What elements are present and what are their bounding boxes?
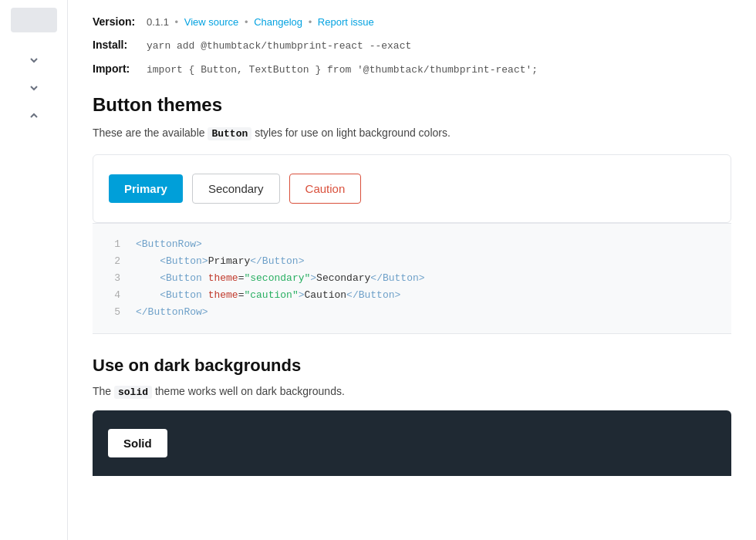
button-themes-demo: Primary Secondary Caution: [93, 154, 731, 223]
code-line-4: 4 <Button theme="caution">Caution</Butto…: [108, 287, 716, 304]
version-number: 0.1.1 • View source • Changelog • Report…: [147, 16, 374, 28]
import-value: import { Button, TextButton } from '@thu…: [147, 63, 538, 76]
line-num-5: 5: [108, 304, 120, 321]
line-num-2: 2: [108, 253, 120, 270]
code-content-4: <Button theme="caution">Caution</Button>: [136, 287, 400, 304]
sidebar-item-chevron-2[interactable]: [0, 76, 67, 100]
code-line-2: 2 <Button>Primary</Button>: [108, 253, 716, 270]
version-row: Version: 0.1.1 • View source • Changelog…: [93, 15, 731, 28]
view-source-link[interactable]: View source: [184, 16, 239, 28]
secondary-button[interactable]: Secondary: [192, 174, 280, 204]
sidebar-item-chevron-3[interactable]: [0, 103, 67, 128]
line-num-1: 1: [108, 236, 120, 253]
dot-1: •: [175, 16, 179, 28]
code-content-1: <ButtonRow>: [136, 236, 202, 253]
install-value: yarn add @thumbtack/thumbprint-react --e…: [147, 39, 411, 52]
dot-3: •: [309, 16, 312, 28]
sidebar: [0, 0, 68, 540]
sidebar-item-chevron-1[interactable]: [0, 48, 67, 73]
code-line-5: 5 </ButtonRow>: [108, 304, 716, 321]
line-num-3: 3: [108, 270, 120, 287]
button-themes-description: These are the available Button styles fo…: [93, 125, 731, 142]
solid-button[interactable]: Solid: [108, 429, 167, 457]
report-issue-link[interactable]: Report issue: [318, 16, 374, 28]
version-label: Version:: [93, 15, 147, 28]
button-themes-title: Button themes: [93, 94, 731, 116]
install-row: Install: yarn add @thumbtack/thumbprint-…: [93, 39, 731, 52]
dot-2: •: [245, 16, 248, 28]
line-num-4: 4: [108, 287, 120, 304]
code-block: 1 <ButtonRow> 2 <Button>Primary</Button>…: [93, 223, 731, 334]
caution-button[interactable]: Caution: [289, 174, 362, 204]
main-content: Version: 0.1.1 • View source • Changelog…: [68, 0, 756, 540]
dark-section-description: The solid theme works well on dark backg…: [93, 383, 731, 400]
code-content-3: <Button theme="secondary">Secondary</But…: [136, 270, 425, 287]
code-line-1: 1 <ButtonRow>: [108, 236, 716, 253]
import-row: Import: import { Button, TextButton } fr…: [93, 62, 731, 76]
primary-button[interactable]: Primary: [109, 174, 183, 203]
sidebar-logo-placeholder: [11, 8, 57, 32]
install-label: Install:: [93, 39, 147, 51]
dark-section-demo: Solid: [93, 410, 731, 476]
code-line-3: 3 <Button theme="secondary">Secondary</B…: [108, 270, 716, 287]
dark-section-title: Use on dark backgrounds: [93, 356, 731, 376]
changelog-link[interactable]: Changelog: [254, 16, 302, 28]
code-content-5: </ButtonRow>: [136, 304, 208, 321]
code-content-2: <Button>Primary</Button>: [136, 253, 304, 270]
import-label: Import:: [93, 62, 147, 75]
